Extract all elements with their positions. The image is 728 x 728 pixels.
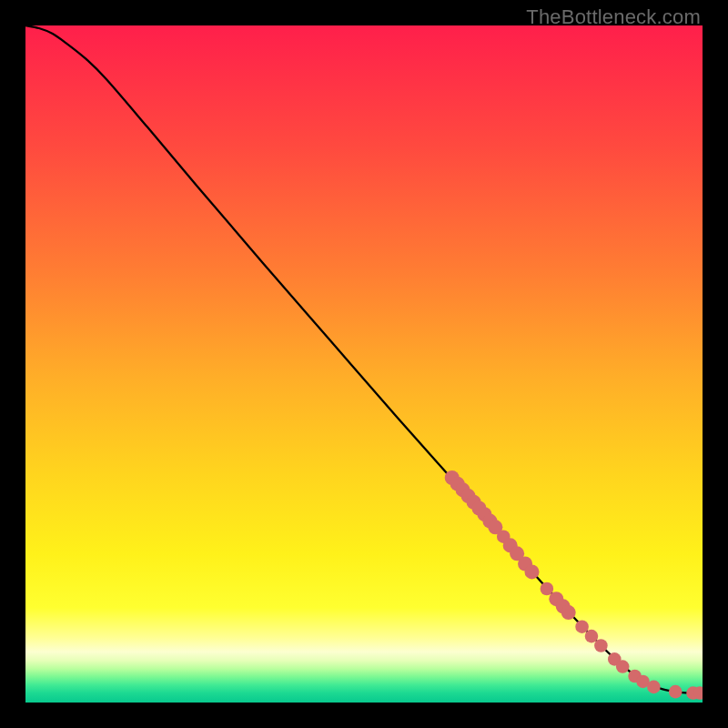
chart-stage: TheBottleneck.com: [0, 0, 728, 728]
scatter-point: [594, 639, 608, 652]
scatter-point: [647, 681, 661, 694]
scatter-point: [561, 605, 576, 620]
plot-area: [25, 25, 703, 703]
chart-svg: [25, 25, 703, 703]
scatter-point: [585, 630, 599, 643]
gradient-background: [25, 25, 703, 703]
scatter-point: [575, 620, 589, 633]
scatter-point: [669, 685, 682, 699]
scatter-point: [616, 660, 630, 673]
scatter-point: [541, 582, 554, 596]
scatter-point: [524, 564, 539, 579]
